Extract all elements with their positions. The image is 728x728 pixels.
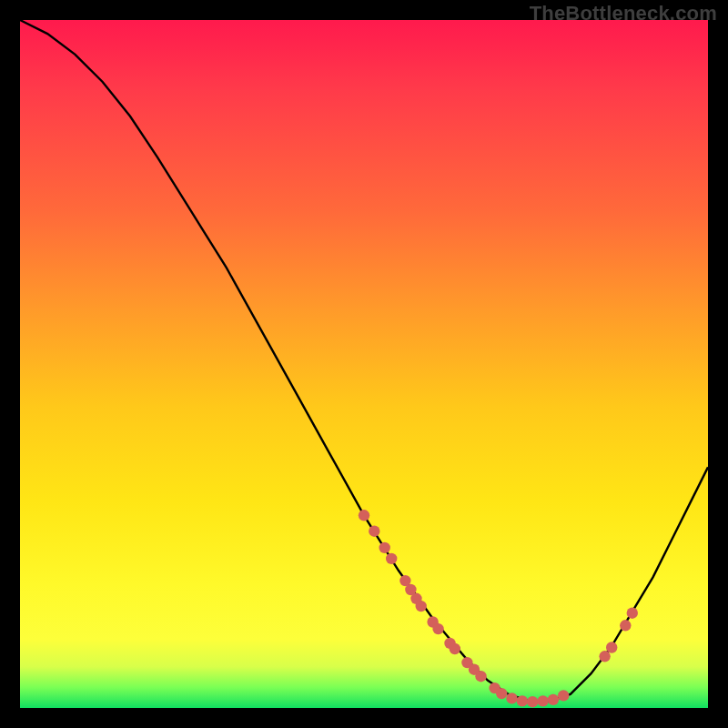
chart-svg	[20, 20, 708, 708]
data-dot	[606, 642, 617, 652]
data-dot	[627, 608, 638, 619]
data-dot	[548, 694, 559, 705]
data-dot	[369, 526, 379, 537]
data-dot	[450, 643, 460, 654]
data-dot	[620, 620, 631, 631]
data-dot	[506, 693, 517, 703]
chart-stage: TheBottleneck.com	[0, 0, 728, 728]
bottleneck-curve	[20, 20, 708, 701]
data-dot	[379, 542, 390, 553]
data-dot	[558, 690, 569, 701]
data-dot	[475, 671, 486, 682]
data-dot	[599, 651, 610, 662]
data-dot	[517, 695, 528, 706]
data-dot	[496, 688, 507, 699]
data-dot	[537, 695, 548, 706]
data-dot	[416, 601, 427, 612]
data-dot	[386, 553, 397, 564]
data-dot	[359, 510, 369, 521]
data-dot	[432, 623, 443, 634]
data-dot	[527, 696, 538, 707]
plot-area	[20, 20, 708, 708]
data-dots	[359, 510, 638, 707]
